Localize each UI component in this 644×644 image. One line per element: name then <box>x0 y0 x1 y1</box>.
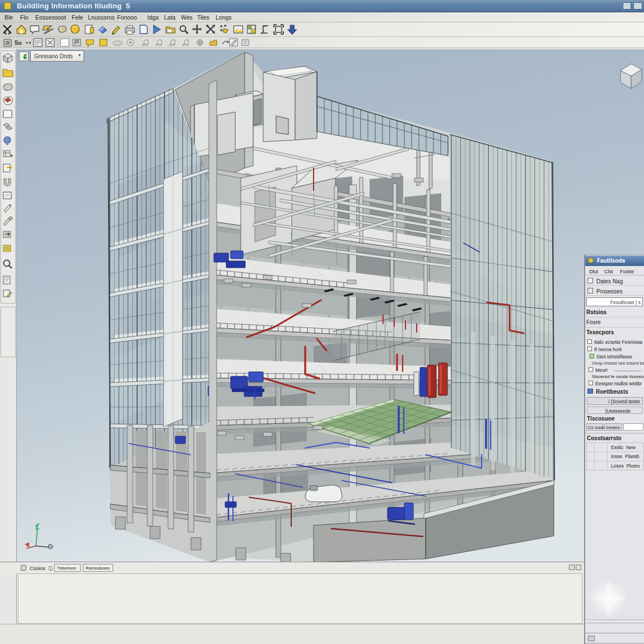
svg-text:5u: 5u <box>15 39 22 46</box>
